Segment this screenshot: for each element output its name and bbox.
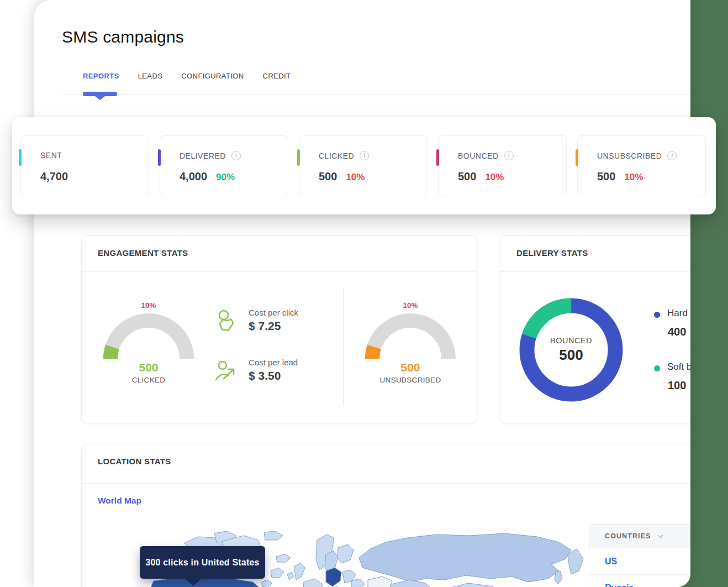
clicked-gauge: 10% 500 CLICKED <box>103 301 194 384</box>
stat-card-clicked: CLICKED 500 10% <box>299 135 428 196</box>
stat-value: 500 <box>597 170 615 183</box>
engagement-stats-card: ENGAGEMENT STATS 10% 500 CLICKED <box>81 235 477 423</box>
lead-person-icon <box>214 359 236 383</box>
tab-reports[interactable]: REPORTS <box>83 72 119 80</box>
screen: SMS campaigns REPORTS LEADS CONFIGURATIO… <box>0 0 728 587</box>
donut-legend: Hard bounce 400 Soft bounce 100 <box>654 306 690 402</box>
gauge-percent-label: 10% <box>403 301 418 312</box>
stat-card-delivered: DELIVERED 4,000 90% <box>160 135 288 196</box>
location-stats-card: LOCATION STATS World Map <box>81 444 690 587</box>
stat-value: 4,700 <box>40 170 68 183</box>
legend-divider <box>654 349 690 349</box>
vertical-divider <box>343 289 344 406</box>
chevron-down-icon <box>657 532 663 538</box>
cost-label: Cost per lead <box>249 358 298 367</box>
stat-value: 4,000 <box>180 170 207 183</box>
location-stats-title: LOCATION STATS <box>98 457 171 466</box>
stat-card-bounced: BOUNCED 500 10% <box>438 135 567 196</box>
tab-divider <box>61 95 690 95</box>
country-row-us[interactable]: US <box>589 548 690 575</box>
legend-label: Soft bounce <box>667 361 690 373</box>
cost-per-lead: Cost per lead $ 3.50 <box>214 357 339 401</box>
legend-value: 400 <box>668 326 686 338</box>
card-accent <box>19 149 22 166</box>
legend-label: Hard bounce <box>667 308 690 319</box>
countries-table: COUNTRIES US Russia <box>589 524 690 587</box>
stat-card-unsubscribed: UNSUBSCRIBED 500 10% <box>577 135 706 196</box>
map-tooltip-text: 300 clicks in United States <box>145 558 259 568</box>
gauge-label: CLICKED <box>132 376 166 384</box>
soft-bounce-dot-icon <box>654 365 660 371</box>
card-accent <box>576 149 578 166</box>
unsubscribed-gauge: 10% 500 UNSUBSCRIBED <box>365 301 456 384</box>
countries-header-label: COUNTRIES <box>605 532 651 540</box>
engagement-stats-title: ENGAGEMENT STATS <box>98 248 188 258</box>
hard-bounce-dot-icon <box>654 312 660 318</box>
gauge-chart <box>103 312 194 362</box>
tab-leads[interactable]: LEADS <box>138 72 163 80</box>
world-map-link[interactable]: World Map <box>98 496 141 506</box>
stat-percent: 90% <box>216 172 235 183</box>
tab-credit[interactable]: CREDIT <box>263 72 291 80</box>
card-accent <box>297 149 300 166</box>
stat-value: 500 <box>319 170 337 183</box>
summary-stats-bar: SENT 4,700 DELIVERED 4,000 90% <box>12 117 716 214</box>
stat-percent: 10% <box>485 172 504 183</box>
delivery-stats-title: DELIVERY STATS <box>516 248 588 258</box>
active-tab-indicator <box>83 92 117 96</box>
delivery-stats-card: DELIVERY STATS BOUNCED 500 Hard bounce 4… <box>500 235 690 423</box>
info-icon[interactable] <box>231 151 241 160</box>
gauge-chart <box>365 312 456 362</box>
countries-header[interactable]: COUNTRIES <box>589 525 690 548</box>
cost-value: $ 7.25 <box>249 319 298 333</box>
cost-label: Cost per click <box>249 308 298 317</box>
divider <box>82 271 477 272</box>
cost-value: $ 3.50 <box>249 369 298 382</box>
stat-label: DELIVERED <box>180 151 226 160</box>
stat-value: 500 <box>458 170 476 183</box>
card-accent <box>158 149 161 166</box>
gauge-label: UNSUBSCRIBED <box>380 376 441 384</box>
stat-label: BOUNCED <box>458 151 499 160</box>
bounced-donut-chart: BOUNCED 500 <box>519 297 624 402</box>
gauge-percent-label: 10% <box>141 301 156 312</box>
stat-label: CLICKED <box>319 151 354 160</box>
cost-per-click: Cost per click $ 7.25 <box>214 307 339 351</box>
stat-label: SENT <box>40 151 62 160</box>
divider <box>500 271 690 272</box>
tap-click-icon <box>214 309 236 334</box>
tab-bar: REPORTS LEADS CONFIGURATION CREDIT <box>83 72 291 80</box>
info-icon[interactable] <box>504 151 514 160</box>
country-row-russia[interactable]: Russia <box>589 575 690 587</box>
map-tooltip: 300 clicks in United States <box>140 546 265 579</box>
donut-center-value: 500 <box>559 347 583 364</box>
divider <box>82 483 690 484</box>
page-title: SMS campaigns <box>62 28 184 46</box>
legend-value: 100 <box>668 379 686 392</box>
stat-card-sent: SENT 4,700 <box>20 135 149 196</box>
info-icon[interactable] <box>667 151 677 160</box>
stat-label: UNSUBSCRIBED <box>597 151 662 160</box>
tab-configuration[interactable]: CONFIGURATION <box>181 72 244 80</box>
gauge-value: 500 <box>400 361 420 374</box>
info-icon[interactable] <box>360 151 369 160</box>
card-accent <box>436 149 439 166</box>
app-page: SMS campaigns REPORTS LEADS CONFIGURATIO… <box>34 0 690 587</box>
gauge-value: 500 <box>139 361 158 374</box>
stat-percent: 10% <box>346 172 365 183</box>
stat-percent: 10% <box>624 172 643 183</box>
donut-center-label: BOUNCED <box>550 336 592 345</box>
